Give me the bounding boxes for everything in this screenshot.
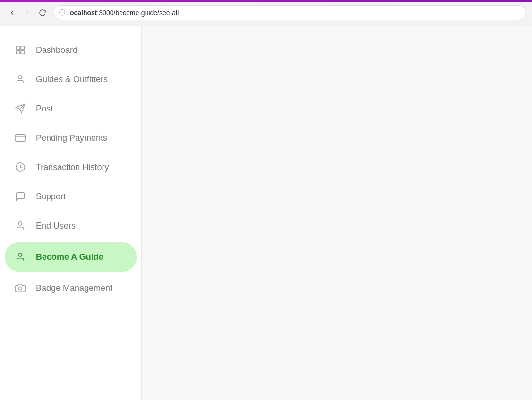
credit-card-icon — [14, 132, 26, 144]
address-bar[interactable]: ⓘ localhost:3000/become-guide/see-all — [53, 5, 526, 20]
clock-icon — [14, 161, 26, 173]
svg-rect-0 — [17, 46, 20, 50]
sidebar-item-label: End Users — [36, 221, 76, 231]
svg-point-12 — [18, 287, 22, 290]
svg-rect-3 — [21, 51, 24, 54]
url-display: localhost:3000/become-guide/see-all — [68, 9, 179, 17]
sidebar-item-post[interactable]: Post — [0, 94, 141, 123]
svg-point-11 — [18, 253, 22, 256]
sidebar-item-label: Transaction History — [36, 162, 109, 172]
browser-chrome: ⓘ localhost:3000/become-guide/see-all — [0, 0, 532, 26]
sidebar-item-pending-payments[interactable]: Pending Payments — [0, 123, 141, 153]
sidebar-item-badge-management[interactable]: Badge Management — [0, 273, 141, 303]
info-icon: ⓘ — [59, 9, 65, 17]
sidebar-item-label: Dashboard — [36, 45, 77, 55]
sidebar-item-label: Post — [36, 104, 53, 114]
sidebar: Dashboard Guides & Outfitters Post — [0, 26, 142, 400]
grid-icon — [14, 44, 26, 56]
app-layout: Dashboard Guides & Outfitters Post — [0, 26, 532, 400]
svg-rect-1 — [21, 46, 24, 50]
chat-icon — [14, 190, 26, 203]
sidebar-item-label: Support — [36, 192, 66, 202]
main-content — [142, 26, 532, 400]
sidebar-item-support[interactable]: Support — [0, 182, 141, 211]
sidebar-item-label: Become A Guide — [36, 252, 103, 262]
camera-icon — [14, 282, 26, 294]
back-button[interactable] — [6, 6, 19, 19]
sidebar-item-transaction-history[interactable]: Transaction History — [0, 153, 141, 182]
sidebar-item-end-users[interactable]: End Users — [0, 211, 141, 240]
forward-button[interactable] — [21, 6, 34, 19]
sidebar-item-dashboard[interactable]: Dashboard — [0, 35, 141, 65]
send-icon — [14, 102, 26, 115]
sidebar-item-label: Guides & Outfitters — [36, 75, 108, 85]
svg-point-4 — [18, 76, 22, 79]
person-check-icon — [14, 251, 26, 263]
sidebar-item-label: Pending Payments — [36, 133, 107, 143]
svg-point-10 — [18, 222, 22, 225]
svg-rect-7 — [16, 135, 25, 142]
person-outline-icon — [14, 220, 26, 232]
sidebar-item-label: Badge Management — [36, 283, 112, 293]
svg-rect-2 — [17, 51, 20, 54]
refresh-button[interactable] — [36, 6, 49, 19]
sidebar-item-guides-outfitters[interactable]: Guides & Outfitters — [0, 65, 141, 94]
nav-buttons — [6, 6, 49, 19]
sidebar-item-become-a-guide[interactable]: Become A Guide — [5, 242, 137, 272]
person-icon — [14, 73, 26, 85]
